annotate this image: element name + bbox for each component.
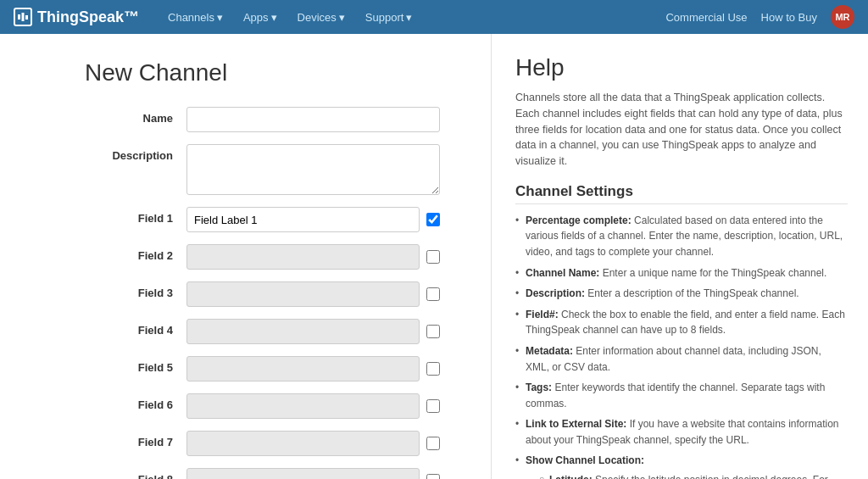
list-item: Description: Enter a description of the …	[515, 286, 848, 302]
field5-label: Field 5	[85, 356, 186, 374]
field1-label: Field 1	[85, 207, 186, 225]
field1-checkbox[interactable]	[426, 213, 440, 226]
brand-name: ThingSpeak™	[37, 8, 139, 26]
field1-input-group	[186, 207, 440, 232]
chevron-down-icon: ▾	[217, 11, 223, 24]
field6-checkbox[interactable]	[426, 399, 440, 413]
list-item: Field#: Check the box to enable the fiel…	[515, 307, 848, 338]
field6-row: Field 6	[85, 393, 440, 419]
field2-label: Field 2	[85, 244, 186, 262]
brand-icon	[14, 8, 32, 26]
name-label: Name	[85, 107, 186, 125]
field2-input-group	[186, 244, 440, 270]
field7-checkbox[interactable]	[426, 437, 440, 450]
field7-text-input[interactable]	[186, 431, 420, 456]
field5-checkbox[interactable]	[426, 362, 440, 376]
description-row: Description	[85, 144, 440, 195]
field3-row: Field 3	[85, 281, 440, 307]
field5-text-input[interactable]	[186, 356, 420, 382]
list-item: Channel Name: Enter a unique name for th…	[515, 265, 848, 281]
field1-text-input[interactable]	[186, 207, 420, 232]
navbar: ThingSpeak™ Channels ▾ Apps ▾ Devices ▾ …	[0, 0, 868, 34]
field4-label: Field 4	[85, 319, 186, 337]
list-item: Link to External Site: If you have a web…	[515, 416, 848, 448]
help-intro: Channels store all the data that a Thing…	[515, 90, 848, 170]
field2-row: Field 2	[85, 244, 440, 270]
nav-menu: Channels ▾ Apps ▾ Devices ▾ Support ▾	[159, 4, 665, 31]
chevron-down-icon: ▾	[339, 11, 345, 24]
field6-text-input[interactable]	[186, 393, 420, 419]
field8-checkbox[interactable]	[426, 474, 440, 479]
settings-list: Percentage complete: Calculated based on…	[515, 213, 848, 479]
field4-checkbox[interactable]	[426, 325, 440, 338]
brand-logo[interactable]: ThingSpeak™	[14, 8, 139, 26]
user-avatar[interactable]: MR	[831, 5, 854, 29]
field3-text-input[interactable]	[186, 281, 420, 307]
name-input[interactable]	[186, 107, 440, 132]
field8-row: Field 8	[85, 468, 440, 479]
svg-rect-2	[25, 15, 28, 19]
field3-label: Field 3	[85, 281, 186, 299]
nav-channels[interactable]: Channels ▾	[159, 4, 231, 31]
description-input[interactable]	[186, 144, 440, 195]
field5-input-group	[186, 356, 440, 382]
field3-input-group	[186, 281, 440, 307]
nav-right: Commercial Use How to Buy MR	[665, 5, 854, 29]
field7-input-group	[186, 431, 440, 456]
svg-rect-0	[18, 14, 20, 19]
field4-text-input[interactable]	[186, 319, 420, 344]
commercial-use-link[interactable]: Commercial Use	[665, 11, 747, 24]
field8-label: Field 8	[85, 468, 186, 479]
chevron-down-icon: ▾	[406, 11, 412, 24]
field2-text-input[interactable]	[186, 244, 420, 270]
nav-support[interactable]: Support ▾	[357, 4, 421, 31]
field2-checkbox[interactable]	[426, 250, 440, 264]
list-item: Latitude: Specify the latitude position …	[539, 472, 848, 479]
list-item: Percentage complete: Calculated based on…	[515, 213, 848, 260]
channel-settings-title: Channel Settings	[515, 183, 848, 204]
field7-label: Field 7	[85, 431, 186, 448]
field3-checkbox[interactable]	[426, 287, 440, 301]
field6-label: Field 6	[85, 393, 186, 411]
nav-apps[interactable]: Apps ▾	[235, 4, 286, 31]
name-row: Name	[85, 107, 440, 132]
list-item: Tags: Enter keywords that identify the c…	[515, 380, 848, 411]
field4-row: Field 4	[85, 319, 440, 344]
list-item: Metadata: Enter information about channe…	[515, 343, 848, 375]
field8-text-input[interactable]	[186, 468, 420, 479]
form-panel: New Channel Name Description Field 1 Fie…	[0, 34, 492, 479]
chevron-down-icon: ▾	[271, 11, 277, 24]
field8-input-group	[186, 468, 440, 479]
page-title: New Channel	[85, 59, 440, 86]
field7-row: Field 7	[85, 431, 440, 456]
field5-row: Field 5	[85, 356, 440, 382]
how-to-buy-link[interactable]: How to Buy	[761, 11, 817, 24]
description-label: Description	[85, 144, 186, 162]
field1-row: Field 1	[85, 207, 440, 232]
help-panel: Help Channels store all the data that a …	[492, 34, 868, 479]
nav-devices[interactable]: Devices ▾	[289, 4, 353, 31]
field4-input-group	[186, 319, 440, 344]
svg-rect-1	[22, 13, 25, 21]
help-title: Help	[515, 54, 848, 81]
list-item: Show Channel Location: Latitude: Specify…	[515, 453, 848, 479]
field6-input-group	[186, 393, 440, 419]
main-wrapper: New Channel Name Description Field 1 Fie…	[0, 34, 868, 479]
location-sublist: Latitude: Specify the latitude position …	[526, 472, 848, 479]
